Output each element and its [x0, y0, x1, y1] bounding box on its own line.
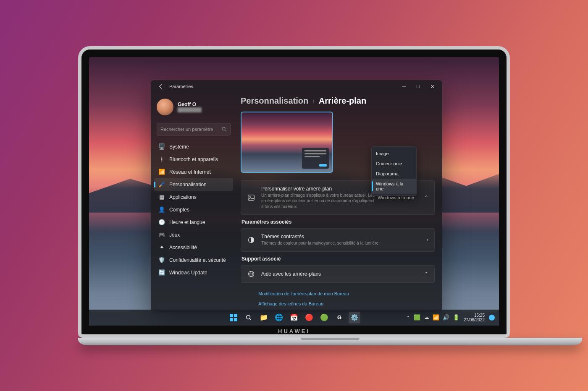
avatar	[157, 99, 173, 115]
sidebar-item-label: Accessibilité	[169, 245, 197, 250]
image-icon	[247, 194, 255, 201]
clock-date: 27/06/2022	[464, 318, 485, 322]
dropdown-option[interactable]: Diaporama	[372, 169, 416, 179]
overflow-icon[interactable]: ⌃	[406, 315, 410, 320]
personalize-background-card: Personnaliser votre arrière-plan Un arri…	[241, 180, 435, 215]
globe-icon	[247, 271, 255, 277]
contrast-title: Thèmes contrastés	[261, 234, 421, 240]
page-background: Paramètres	[0, 0, 588, 391]
sidebar-item-label: Applications	[169, 194, 197, 200]
onedrive-icon[interactable]: ☁	[424, 314, 429, 321]
notifications-icon[interactable]	[489, 315, 495, 321]
laptop-bezel: Paramètres	[78, 46, 510, 338]
sidebar-item-label: Windows Update	[169, 270, 207, 276]
clock-time: 15:25	[464, 313, 485, 318]
taskbar-clock[interactable]: 15:25 27/06/2022	[464, 313, 485, 322]
sidebar-item-label: Réseau et Internet	[169, 169, 211, 175]
support-heading: Support associé	[242, 256, 435, 262]
help-backgrounds-card[interactable]: Aide avec les arrière-plans ⌃	[241, 265, 435, 283]
contrast-icon	[247, 237, 255, 243]
svg-rect-4	[248, 195, 254, 200]
screen: Paramètres	[89, 57, 499, 326]
chevron-up-icon: ⌃	[424, 271, 428, 277]
nav-icon: 🖌️	[158, 181, 165, 188]
nav-icon: 🖥️	[158, 143, 165, 150]
help-link[interactable]: Affichage des icônes du Bureau	[258, 299, 435, 309]
volume-icon[interactable]: 🔊	[443, 314, 449, 321]
laptop-frame: Paramètres	[78, 46, 510, 345]
contrast-sub: Thèmes de couleur pour la malvoyance, se…	[261, 240, 421, 246]
maximize-button[interactable]	[411, 81, 425, 92]
sidebar-item-label: Confidentialité et sécurité	[169, 257, 226, 263]
nav-icon: 👤	[158, 206, 165, 213]
sidebar-item-personnalisation[interactable]: 🖌️Personnalisation	[154, 178, 233, 191]
breadcrumb: Personnalisation › Arrière-plan	[241, 96, 435, 106]
chrome-icon[interactable]: 🔴	[303, 312, 315, 323]
browser-icon[interactable]: 🟢	[318, 312, 330, 323]
profile-name: Geoff O	[178, 102, 202, 107]
sidebar-item-comptes[interactable]: 👤Comptes	[154, 203, 233, 216]
nav-icon: 📶	[158, 169, 165, 175]
svg-rect-1	[417, 85, 420, 88]
content-pane: Personnalisation › Arrière-plan	[235, 93, 442, 312]
calendar-icon[interactable]: 📅	[288, 312, 300, 323]
taskbar-search-icon[interactable]	[243, 312, 255, 323]
help-link[interactable]: Modification de l'arrière-plan de mon Bu…	[258, 289, 435, 299]
search-icon	[221, 126, 227, 132]
sidebar-item-r-seau-et-internet[interactable]: 📶Réseau et Internet	[154, 166, 233, 178]
minimize-button[interactable]	[397, 81, 411, 92]
svg-point-10	[247, 315, 250, 319]
file-explorer-icon[interactable]: 📁	[258, 312, 270, 323]
sidebar-item-jeux[interactable]: 🎮Jeux	[154, 229, 233, 241]
sidebar-item-windows-update[interactable]: 🔄Windows Update	[154, 266, 233, 279]
breadcrumb-current: Arrière-plan	[319, 96, 366, 106]
preview-widget	[302, 148, 329, 169]
background-type-menu: ImageCouleur unieDiaporamaWindows à la u…	[371, 146, 417, 196]
breadcrumb-parent[interactable]: Personnalisation	[241, 96, 308, 106]
sidebar-item-heure-et-langue[interactable]: 🕑Heure et langue	[154, 216, 233, 229]
nav-icon: 🛡️	[158, 257, 165, 263]
personalize-bg-title: Personnaliser votre arrière-plan	[261, 186, 375, 192]
sidebar-item-confidentialit-et-s-curit-[interactable]: 🛡️Confidentialité et sécurité	[154, 254, 233, 266]
google-icon[interactable]: G	[333, 312, 345, 323]
dropdown-option[interactable]: Windows à la une	[372, 179, 416, 194]
settings-window: Paramètres	[151, 80, 442, 312]
titlebar: Paramètres	[151, 80, 442, 93]
tray-app-icon[interactable]: 🟩	[414, 314, 420, 321]
sidebar-item-syst-me[interactable]: 🖥️Système	[154, 141, 233, 153]
edge-icon[interactable]: 🌐	[273, 312, 285, 323]
back-button[interactable]	[157, 82, 165, 91]
dropdown-option[interactable]: Image	[372, 149, 416, 159]
svg-point-2	[222, 127, 225, 130]
nav-icon: ✦	[158, 244, 165, 251]
dropdown-option[interactable]: Couleur unie	[372, 159, 416, 169]
sidebar-item-applications[interactable]: ▦Applications	[154, 191, 233, 203]
battery-icon[interactable]: 🔋	[453, 314, 459, 321]
profile-email: ████████	[178, 107, 202, 112]
background-preview	[241, 112, 333, 173]
contrast-themes-card[interactable]: Thèmes contrastés Thèmes de couleur pour…	[241, 228, 435, 252]
wifi-icon[interactable]: 📶	[433, 314, 439, 321]
laptop-base	[78, 338, 582, 345]
sidebar: Geoff O ████████ 🖥️SystèmeᚼBluetooth et …	[151, 93, 235, 312]
nav-icon: ᚼ	[158, 156, 165, 163]
profile-block[interactable]: Geoff O ████████	[154, 96, 233, 120]
nav-icon: 🔄	[158, 269, 165, 276]
close-button[interactable]	[425, 81, 440, 92]
sidebar-item-bluetooth-et-appareils[interactable]: ᚼBluetooth et appareils	[154, 153, 233, 166]
help-links-list: Modification de l'arrière-plan de mon Bu…	[241, 287, 435, 312]
laptop-brand: HUAWEI	[89, 326, 499, 337]
settings-taskbar-icon[interactable]: ⚙️	[349, 312, 360, 323]
nav-icon: ▦	[158, 194, 165, 201]
svg-line-3	[225, 130, 226, 131]
taskbar: 📁 🌐 📅 🔴 🟢 G ⚙️ ⌃ 🟩 ☁ 📶	[89, 310, 499, 326]
sidebar-item-accessibilit-[interactable]: ✦Accessibilité	[154, 241, 233, 254]
system-tray[interactable]: ⌃ 🟩 ☁ 📶 🔊 🔋 15:25 27/06/2022	[406, 313, 495, 322]
svg-point-5	[249, 196, 251, 198]
chevron-right-icon: ›	[312, 97, 315, 104]
search-box[interactable]	[157, 123, 231, 136]
start-button[interactable]	[228, 312, 239, 323]
search-input[interactable]	[160, 127, 221, 132]
sidebar-item-label: Heure et langue	[169, 219, 205, 225]
sidebar-item-label: Personnalisation	[169, 182, 207, 188]
